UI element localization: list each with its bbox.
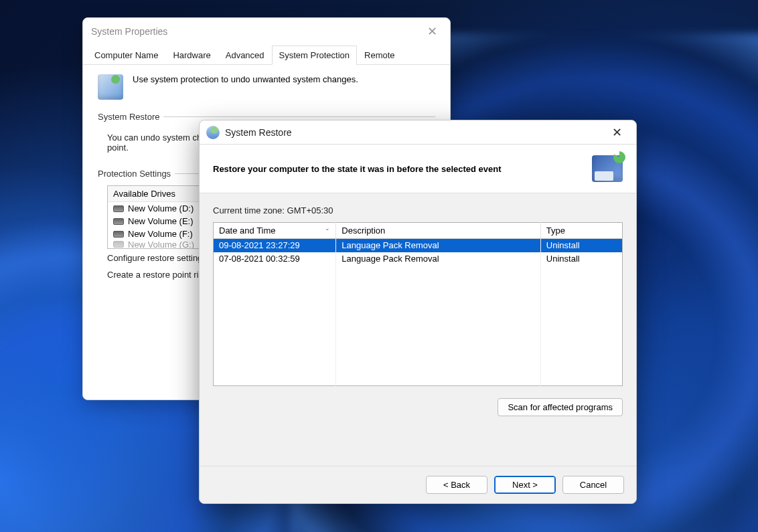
wizard-footer: < Back Next > Cancel: [200, 466, 636, 503]
back-button[interactable]: < Back: [426, 476, 487, 494]
system-restore-legend: System Restore: [98, 112, 163, 122]
table-row[interactable]: .: [214, 346, 623, 359]
close-icon[interactable]: ✕: [604, 125, 629, 140]
tab-advanced[interactable]: Advanced: [218, 46, 272, 65]
table-row[interactable]: .: [214, 266, 623, 279]
hdd-icon: [113, 218, 124, 225]
sysprop-titlebar[interactable]: System Properties ✕: [83, 18, 450, 45]
tab-remote[interactable]: Remote: [357, 46, 402, 65]
close-icon[interactable]: ✕: [422, 24, 442, 39]
table-row[interactable]: .: [214, 359, 623, 373]
protection-settings-legend: Protection Settings: [98, 169, 175, 179]
table-row[interactable]: 07-08-2021 00:32:59 Language Pack Remova…: [214, 252, 623, 266]
table-row[interactable]: .: [214, 292, 623, 306]
wizard-heading: Restore your computer to the state it wa…: [213, 164, 502, 174]
system-restore-wizard: System Restore ✕ Restore your computer t…: [199, 120, 637, 504]
cancel-button[interactable]: Cancel: [562, 476, 624, 494]
tab-computer-name[interactable]: Computer Name: [87, 46, 165, 65]
col-type[interactable]: Type: [540, 223, 622, 239]
system-restore-icon: [592, 155, 623, 182]
table-row[interactable]: 09-08-2021 23:27:29 Language Pack Remova…: [214, 239, 623, 252]
col-description[interactable]: Description: [336, 223, 541, 239]
hdd-icon: [113, 241, 124, 248]
sysprop-title: System Properties: [91, 26, 167, 37]
tab-hardware[interactable]: Hardware: [165, 46, 218, 65]
table-row[interactable]: .: [214, 306, 623, 319]
table-row[interactable]: .: [214, 279, 623, 292]
hdd-icon: [113, 231, 124, 238]
wizard-title: System Restore: [225, 127, 292, 138]
sysprop-tabs: Computer Name Hardware Advanced System P…: [83, 45, 450, 65]
hdd-icon: [113, 205, 124, 212]
system-protection-icon: [98, 74, 123, 100]
scan-affected-button[interactable]: Scan for affected programs: [498, 398, 623, 416]
timezone-label: Current time zone: GMT+05:30: [213, 205, 623, 215]
system-restore-icon: [206, 126, 220, 139]
wizard-titlebar[interactable]: System Restore ✕: [200, 120, 636, 145]
sysprop-intro-text: Use system protection to undo unwanted s…: [133, 74, 358, 84]
restore-points-table[interactable]: Date and Time ⌄ Description Type 09-08-2…: [213, 222, 623, 386]
next-button[interactable]: Next >: [494, 476, 556, 494]
tab-system-protection[interactable]: System Protection: [272, 46, 358, 65]
table-row[interactable]: .: [214, 319, 623, 333]
wizard-header: Restore your computer to the state it wa…: [200, 145, 636, 193]
table-row[interactable]: .: [214, 333, 623, 346]
sort-caret-icon: ⌄: [325, 225, 330, 232]
col-date[interactable]: Date and Time ⌄: [214, 223, 336, 239]
table-row[interactable]: .: [214, 373, 623, 386]
